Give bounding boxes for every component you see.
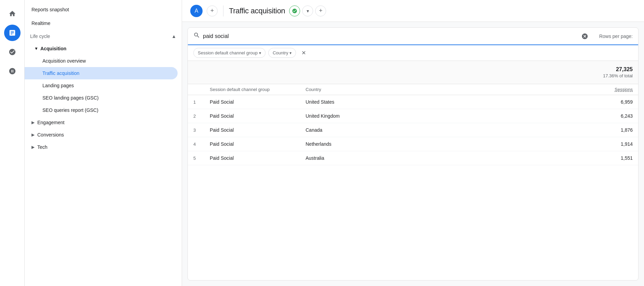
filter-country-label: Country (273, 50, 288, 55)
sidebar-item-seo-queries[interactable]: SEO queries report (GSC) (25, 104, 178, 116)
filter-channel-chevron-icon: ▾ (259, 51, 261, 55)
row-2-sessions: 6,243 (381, 113, 633, 119)
user-avatar[interactable]: A (190, 5, 203, 17)
search-input[interactable] (203, 33, 579, 39)
row-5-num: 5 (193, 156, 210, 161)
sidebar: Reports snapshot Realtime Life cycle ▲ ▼… (25, 0, 182, 286)
home-nav-icon[interactable] (4, 5, 21, 22)
add-report-button[interactable]: + (207, 5, 218, 16)
engagement-arrow-icon: ▶ (31, 120, 35, 125)
content-area: Rows per page: Session default channel g… (182, 22, 644, 286)
sidebar-item-engagement[interactable]: ▶ Engagement (25, 116, 182, 129)
sidebar-item-reports-snapshot[interactable]: Reports snapshot (25, 3, 182, 16)
search-bar: Rows per page: (188, 28, 638, 45)
acquisition-arrow-icon: ▼ (34, 46, 38, 51)
row-2-channel: Paid Social (210, 113, 306, 119)
filter-chip-country[interactable]: Country ▾ (268, 48, 296, 58)
col-header-sessions[interactable]: Sessions (381, 87, 633, 92)
sidebar-conversions-label: Conversions (37, 132, 64, 138)
topbar-controls: ▾ + (289, 5, 326, 16)
sidebar-item-tech[interactable]: ▶ Tech (25, 141, 182, 153)
topbar-divider (223, 5, 223, 16)
tech-arrow-icon: ▶ (31, 145, 35, 150)
table-row: 5 Paid Social Australia 1,551 (188, 151, 638, 165)
lifecycle-chevron-icon: ▲ (171, 34, 176, 39)
sidebar-item-seo-landing-pages[interactable]: SEO landing pages (GSC) (25, 92, 178, 104)
add-button-2[interactable]: + (315, 5, 326, 16)
sidebar-item-acquisition-overview[interactable]: Acquisition overview (25, 55, 178, 67)
summary-row: 27,325 17.36% of total (188, 61, 638, 84)
table-panel: Rows per page: Session default channel g… (188, 27, 639, 281)
col-header-country: Country (306, 87, 381, 92)
filter-close-icon[interactable]: ✕ (301, 50, 306, 56)
sidebar-section-lifecycle: Life cycle ▲ ▼ Acquisition Acquisition o… (25, 30, 182, 153)
sidebar-engagement-label: Engagement (37, 120, 64, 125)
row-5-country: Australia (306, 155, 381, 161)
filter-country-chevron-icon: ▾ (289, 51, 292, 55)
conversions-arrow-icon: ▶ (31, 132, 35, 137)
sidebar-item-traffic-acquisition[interactable]: Traffic acquisition (25, 67, 178, 79)
row-3-num: 3 (193, 128, 210, 133)
row-4-country: Netherlands (306, 141, 381, 147)
summary-sessions-value: 27,325 (381, 66, 633, 73)
filter-row: Session default channel group ▾ Country … (188, 45, 638, 61)
filter-channel-label: Session default channel group (198, 50, 258, 55)
row-1-num: 1 (193, 100, 210, 105)
row-5-sessions: 1,551 (381, 155, 633, 161)
page-title: Traffic acquisition (229, 6, 285, 15)
marketing-nav-icon[interactable] (4, 63, 21, 79)
main-content: A + Traffic acquisition ▾ + Rows per p (182, 0, 644, 286)
row-4-channel: Paid Social (210, 141, 306, 147)
row-3-country: Canada (306, 127, 381, 133)
col-header-channel: Session default channel group (210, 87, 306, 92)
table-row: 2 Paid Social United Kingdom 6,243 (188, 109, 638, 123)
row-4-num: 4 (193, 142, 210, 147)
table-row: 3 Paid Social Canada 1,876 (188, 123, 638, 137)
row-5-channel: Paid Social (210, 155, 306, 161)
dropdown-button[interactable]: ▾ (302, 5, 313, 16)
row-4-sessions: 1,914 (381, 141, 633, 147)
search-icon (193, 32, 200, 40)
reports-nav-icon[interactable] (4, 25, 21, 41)
row-2-country: United Kingdom (306, 113, 381, 119)
check-button[interactable] (289, 5, 300, 16)
sidebar-subsection-acquisition[interactable]: ▼ Acquisition (25, 42, 182, 55)
icon-bar (0, 0, 25, 286)
row-1-channel: Paid Social (210, 99, 306, 105)
filter-chip-channel[interactable]: Session default channel group ▾ (193, 48, 266, 58)
sidebar-item-realtime[interactable]: Realtime (25, 16, 182, 30)
sidebar-subsection-acquisition-label: Acquisition (40, 46, 66, 51)
topbar: A + Traffic acquisition ▾ + (182, 0, 644, 22)
table-row: 1 Paid Social United States 6,959 (188, 95, 638, 109)
search-clear-icon[interactable] (581, 33, 588, 40)
sidebar-tech-label: Tech (37, 144, 48, 150)
summary-sessions-pct: 17.36% of total (381, 73, 633, 78)
row-2-num: 2 (193, 114, 210, 119)
sidebar-item-landing-pages[interactable]: Landing pages (25, 79, 178, 92)
row-3-sessions: 1,876 (381, 127, 633, 133)
sidebar-section-lifecycle-label: Life cycle (30, 34, 50, 39)
sidebar-item-conversions[interactable]: ▶ Conversions (25, 129, 182, 141)
rows-per-page-label: Rows per page: (591, 34, 633, 39)
column-headers: Session default channel group Country Se… (188, 84, 638, 95)
row-1-sessions: 6,959 (381, 99, 633, 105)
analytics-nav-icon[interactable] (4, 44, 21, 60)
row-3-channel: Paid Social (210, 127, 306, 133)
table-row: 4 Paid Social Netherlands 1,914 (188, 137, 638, 151)
row-1-country: United States (306, 99, 381, 105)
sidebar-section-lifecycle-header[interactable]: Life cycle ▲ (25, 30, 182, 42)
